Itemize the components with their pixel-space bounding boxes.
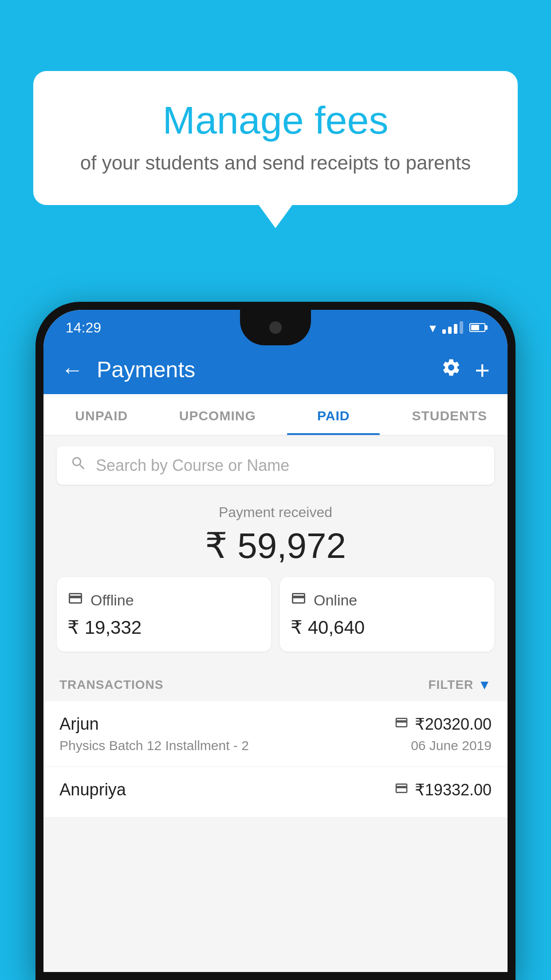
online-amount: ₹ 40,640 [291,616,484,638]
add-button[interactable]: + [475,355,490,385]
payment-summary: Payment received ₹ 59,972 Offline ₹ 19,3… [43,495,508,665]
txn-name: Arjun [59,715,99,734]
offline-amount: ₹ 19,332 [67,616,260,638]
status-bar: 14:29 ▾ [43,310,508,345]
table-row[interactable]: Arjun ₹20320.00 Physics Batch 12 Install… [43,701,508,767]
payment-cards: Offline ₹ 19,332 Online ₹ 40,640 [57,577,494,652]
tab-paid[interactable]: PAID [276,394,392,435]
back-button[interactable]: ← [61,357,83,383]
battery-icon [469,323,485,332]
search-icon [70,455,87,476]
status-time: 14:29 [66,320,101,336]
txn-name: Anupriya [59,780,126,799]
offline-card-header: Offline [67,590,260,610]
online-card-header: Online [291,590,484,610]
app-bar: ← Payments + [43,345,508,394]
transaction-list: Arjun ₹20320.00 Physics Batch 12 Install… [43,701,508,818]
online-card: Online ₹ 40,640 [280,577,494,652]
phone-inner: 14:29 ▾ ← Payments [43,310,508,972]
payment-received-label: Payment received [57,504,494,521]
status-icons: ▾ [429,320,485,336]
search-input[interactable]: Search by Course or Name [96,456,289,475]
transactions-header: TRANSACTIONS FILTER ▼ [43,665,508,701]
tabs-bar: UNPAID UPCOMING PAID STUDENTS [43,394,508,435]
app-bar-title: Payments [97,357,428,383]
phone-frame: 14:29 ▾ ← Payments [35,302,516,980]
app-bar-actions: + [441,355,490,385]
txn-offline-icon [394,781,409,798]
transaction-top: Arjun ₹20320.00 [59,715,492,734]
txn-date: 06 June 2019 [411,738,492,753]
filter-label: FILTER [428,678,473,692]
txn-card-icon [394,715,409,733]
speech-bubble: Manage fees of your students and send re… [33,71,518,205]
offline-label: Offline [91,592,134,609]
tab-upcoming[interactable]: UPCOMING [160,394,276,435]
online-label: Online [314,592,357,609]
txn-amount-wrap: ₹19332.00 [394,781,492,799]
offline-icon [67,590,83,610]
txn-amount: ₹20320.00 [415,715,492,734]
camera-dot [269,321,282,334]
tab-unpaid[interactable]: UNPAID [43,394,160,435]
wifi-icon: ▾ [429,320,436,336]
txn-amount: ₹19332.00 [415,781,492,799]
settings-icon[interactable] [441,357,461,383]
transaction-top: Anupriya ₹19332.00 [59,780,492,799]
table-row[interactable]: Anupriya ₹19332.00 [43,767,508,818]
online-icon [291,590,307,610]
transactions-label: TRANSACTIONS [59,678,163,692]
search-container: Search by Course or Name [43,435,508,495]
search-box[interactable]: Search by Course or Name [57,446,494,485]
txn-course: Physics Batch 12 Installment - 2 [59,738,249,753]
signal-bars-icon [442,321,463,334]
payment-total-amount: ₹ 59,972 [57,525,494,566]
filter-icon: ▼ [478,677,492,692]
tab-students[interactable]: STUDENTS [392,394,508,435]
bubble-title: Manage fees [64,98,487,143]
filter-button[interactable]: FILTER ▼ [428,677,492,692]
offline-card: Offline ₹ 19,332 [57,577,271,652]
txn-amount-wrap: ₹20320.00 [394,715,492,734]
bubble-subtitle: of your students and send receipts to pa… [64,152,487,174]
transaction-bottom: Physics Batch 12 Installment - 2 06 June… [59,738,492,753]
